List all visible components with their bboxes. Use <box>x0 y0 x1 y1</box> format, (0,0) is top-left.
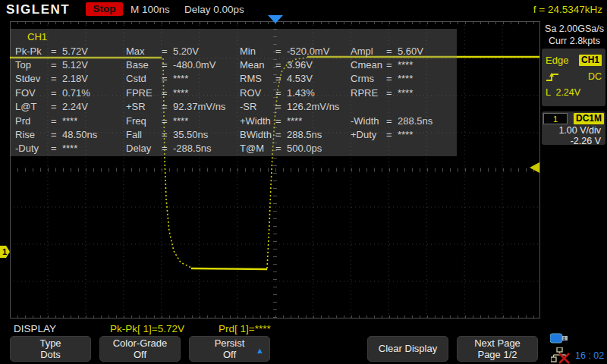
measurement-cell: ROV=1.43% <box>240 86 351 99</box>
trigger-level-marker-icon[interactable] <box>530 162 539 173</box>
measurement-cell: BWidth=288.5ns <box>240 127 351 141</box>
right-sidebar: Sa 2.00GSa/s Curr 2.8kpts Edge CH1 DC L … <box>540 20 607 320</box>
menu-button-color-grade[interactable]: Color-Grade Off <box>99 336 181 362</box>
menu-title: DISPLAY <box>14 323 56 334</box>
measurement-cell: Mean=3.96V <box>240 58 351 71</box>
ch1-trace-segment <box>191 268 267 269</box>
measurement-cell: Min=-520.0mV <box>240 44 351 58</box>
measurement-cell <box>351 100 457 114</box>
menu-button-next-page[interactable]: Next Page Page 1/2 <box>457 336 538 362</box>
trigger-delay-readout[interactable]: Delay 0.00ps <box>184 4 244 15</box>
channel1-panel[interactable]: 1 DC1M 1.00 V/div -2.26 V <box>542 111 605 145</box>
menu-button-persist[interactable]: Persist Off ▲ <box>189 336 270 362</box>
channel-number-tab[interactable]: 1 <box>543 113 568 124</box>
channel1-ground-marker-icon[interactable]: 1 <box>0 245 11 259</box>
bottom-menu-bar: DISPLAY Pk-Pk[ 1]=5.72V Prd[ 1]=**** Typ… <box>0 318 607 364</box>
measurement-cell: FPRE=**** <box>126 86 240 99</box>
measurement-cell: Base=-480.0mV <box>126 58 240 71</box>
measurement-cell: Rise=48.50ns <box>15 127 126 141</box>
measurement-cell: +Width=**** <box>240 114 351 127</box>
memory-depth: Curr 2.8kpts <box>545 35 604 47</box>
siglent-logo: SIGLENT <box>6 2 70 17</box>
measurement-cell: T@M=500.0ps <box>240 142 351 155</box>
submenu-arrow-icon: ▲ <box>256 345 264 357</box>
measurement-cell: Top=5.12V <box>15 58 126 71</box>
measurement-cell <box>351 142 457 155</box>
measurement-grid: Pk-Pk=5.72VMax=5.20VMin=-520.0mVAmpl=5.6… <box>11 44 457 155</box>
frequency-counter: f = 24.5347kHz <box>533 4 602 15</box>
measurement-cell: RPRE=**** <box>351 86 457 99</box>
measurement-cell: Prd=**** <box>15 114 126 127</box>
measurement-cell: RMS=4.53V <box>240 72 351 86</box>
trigger-position-marker-icon[interactable] <box>268 15 283 24</box>
acquisition-info: Sa 2.00GSa/s Curr 2.8kpts <box>545 23 604 47</box>
timebase-readout[interactable]: M 100ns <box>131 4 170 15</box>
menu-button-clear-display[interactable]: Clear Display <box>367 336 448 362</box>
measurement-cell: -Duty=**** <box>15 142 126 155</box>
quick-measure-1: Pk-Pk[ 1]=5.72V <box>110 323 184 334</box>
measurement-cell: Freq=**** <box>126 114 240 127</box>
measurement-cell: Crms=**** <box>351 72 457 86</box>
trigger-coupling: DC <box>588 71 602 82</box>
trigger-source-badge[interactable]: CH1 <box>579 55 602 66</box>
measurement-cell: -Width=288.5ns <box>351 114 457 127</box>
measurement-cell: -SR=126.2mV/ns <box>240 100 351 114</box>
usb-device-icon <box>550 333 569 344</box>
trigger-level-readout: L 2.24V <box>546 87 580 98</box>
measurement-cell: Cstd=**** <box>126 72 240 86</box>
run-state-badge[interactable]: Stop <box>86 2 123 16</box>
channel-offset: -2.26 V <box>542 136 605 146</box>
quick-measure-2: Prd[ 1]=**** <box>219 323 271 334</box>
measurement-cell: Cmean=**** <box>351 58 457 71</box>
channel-coupling-badge[interactable]: DC1M <box>574 113 604 124</box>
measurement-cell: Max=5.20V <box>126 44 240 58</box>
channel-scale: 1.00 V/div <box>542 125 605 136</box>
measurement-cell: +Duty=**** <box>351 127 457 141</box>
measurement-panel: CH1 Pk-Pk=5.72VMax=5.20VMin=-520.0mVAmpl… <box>11 29 457 156</box>
measurement-cell: L@T=2.24V <box>15 100 126 114</box>
measurement-cell: Pk-Pk=5.72V <box>15 44 126 58</box>
measurement-cell: Fall=35.50ns <box>126 127 240 141</box>
svg-text:1: 1 <box>2 247 7 256</box>
clock: 16 : 02 <box>575 350 604 361</box>
trigger-type-label: Edge <box>546 55 568 66</box>
measurement-cell: FOV=0.71% <box>15 86 126 99</box>
sample-rate: Sa 2.00GSa/s <box>545 23 604 35</box>
trigger-panel[interactable]: Edge CH1 DC L 2.24V <box>542 49 605 106</box>
measurement-cell: Stdev=2.18V <box>15 72 126 86</box>
top-status-bar: SIGLENT Stop M 100ns Delay 0.00ps f = 24… <box>0 0 607 20</box>
rising-edge-icon <box>546 71 561 83</box>
measurement-channel-header: CH1 <box>27 30 457 44</box>
menu-button-type[interactable]: Type Dots <box>10 336 91 362</box>
measurement-cell: Ampl=5.60V <box>351 44 457 58</box>
measurement-cell: Delay=-288.5ns <box>126 142 240 155</box>
lan-disconnected-icon <box>551 347 571 364</box>
measurement-cell: +SR=92.37mV/ns <box>126 100 240 114</box>
